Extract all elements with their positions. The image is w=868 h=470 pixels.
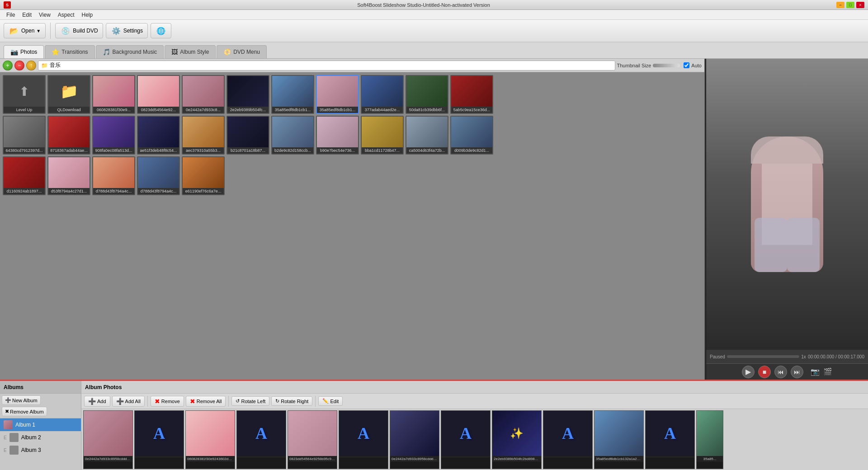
album-photos-header: Album Photos: [81, 381, 868, 394]
strip-item-10[interactable]: A: [543, 410, 593, 469]
tab-background-music[interactable]: 🎵 Background Music: [96, 45, 164, 58]
add-all-button[interactable]: ➕ Add All: [112, 396, 145, 407]
maximize-button[interactable]: □: [846, 2, 854, 8]
new-album-button[interactable]: ➕ New Album: [2, 395, 41, 405]
strip-item-1[interactable]: 0e2442a7d933c8958cddd37fde1...: [83, 410, 133, 469]
remove-all-button[interactable]: ✖ Remove All: [186, 396, 226, 407]
add-label: Add: [97, 399, 106, 404]
img6-label: 35a85edf8db1cb1...: [317, 107, 358, 113]
strip-item-2[interactable]: A: [134, 410, 184, 469]
menu-file[interactable]: File: [3, 11, 19, 19]
play-button[interactable]: ▶: [742, 366, 755, 378]
nav-forward-button[interactable]: −: [14, 61, 24, 70]
strip-item-9[interactable]: ✨ 2e2eb9389b504fc2bd898b05ead...: [492, 410, 542, 469]
strip-item-11[interactable]: 35a85edf8db1cb132a1a2404d25...: [594, 410, 644, 469]
grid-item-img6[interactable]: 35a85edf8db1cb1...: [316, 75, 359, 114]
grid-item-qldownload[interactable]: 📁 QLDownload: [47, 75, 90, 114]
grid-item-img3[interactable]: 0e2442a7d933c8...: [182, 75, 225, 114]
grid-item-img22[interactable]: d53f8794a4c27d1...: [47, 156, 90, 195]
grid-item-img19[interactable]: ca5004d63f4a72b...: [406, 116, 448, 155]
grid-item-img2[interactable]: 0823dd54564e92...: [137, 75, 180, 114]
close-button[interactable]: ×: [856, 2, 864, 8]
strip-item-6[interactable]: A: [339, 410, 388, 469]
strip-item-13[interactable]: 35a85...: [696, 410, 723, 469]
preview-panel: Paused 1x 00:00:00.000 / 00:00:17.000 ▶ …: [705, 59, 868, 380]
strip-item-8[interactable]: A: [441, 410, 491, 469]
tab-dvd-menu[interactable]: 📀 DVD Menu: [217, 45, 267, 58]
path-text: 音乐: [50, 61, 61, 69]
update-button[interactable]: 🌐: [151, 23, 171, 38]
rotate-left-button[interactable]: ↺ Rotate Left: [231, 396, 269, 406]
rotate-left-icon: ↺: [236, 398, 240, 404]
film-icon: 🎬: [823, 367, 832, 376]
edit-button[interactable]: ✏️ Edit: [318, 396, 343, 406]
strip-item-3[interactable]: 060828381f30e9243602d735430...: [185, 410, 235, 469]
grid-item-img9[interactable]: 5ab5c9ea15ce36d...: [450, 75, 493, 114]
remove-button[interactable]: ✖ Remove: [151, 396, 184, 407]
menu-edit[interactable]: Edit: [19, 11, 35, 19]
grid-item-img15[interactable]: b21c8701a18b87...: [226, 116, 269, 155]
albums-title: Albums: [4, 384, 24, 390]
grid-item-img14[interactable]: aec379310a55b3...: [182, 116, 225, 155]
grid-item-img24[interactable]: d788d43f8794a4c...: [137, 156, 180, 195]
strip-item-4[interactable]: A: [236, 410, 286, 469]
rotate-right-button[interactable]: ↻ Rotate Right: [271, 396, 312, 406]
settings-button[interactable]: ⚙️ Settings: [106, 23, 148, 38]
strip-item-12[interactable]: A: [645, 410, 695, 469]
strip-label-12: [646, 456, 694, 458]
build-dvd-button[interactable]: 💿 Build DVD: [55, 23, 103, 38]
grid-item-level-up[interactable]: ⬆ Level Up: [3, 75, 46, 114]
menubar: File Edit View Aspect Help: [0, 10, 868, 20]
tab-album-style[interactable]: 🖼 Album Style: [165, 45, 216, 58]
album-item-1[interactable]: Album 1: [0, 418, 81, 431]
add-button[interactable]: ➕ Add: [84, 396, 110, 407]
grid-item-img7[interactable]: 377adab44aed2e...: [361, 75, 404, 114]
menu-view[interactable]: View: [35, 11, 54, 19]
grid-item-img5[interactable]: 35a85edf8db1cb1...: [271, 75, 314, 114]
album-item-2[interactable]: E Album 2: [0, 431, 81, 444]
grid-item-img8[interactable]: 50da81cb39dbb6f...: [406, 75, 448, 114]
nav-back-button[interactable]: +: [3, 61, 13, 70]
grid-item-img16[interactable]: b2de9c82d158ccb...: [271, 116, 314, 155]
menu-aspect[interactable]: Aspect: [54, 11, 78, 19]
toolbar: 📂 Open ▼ 💿 Build DVD ⚙️ Settings 🌐: [0, 20, 868, 42]
ap-sep2: [228, 396, 229, 407]
next-frame-button[interactable]: ⏭: [791, 366, 803, 378]
qldownload-thumb: 📁: [48, 76, 90, 107]
settings-icon: ⚙️: [111, 25, 122, 36]
grid-item-img12[interactable]: 908fa0ec08fa513d...: [92, 116, 135, 155]
img2-label: 0823dd54564e92...: [138, 107, 179, 113]
img7-thumb: [362, 76, 403, 107]
grid-item-img20[interactable]: d009b3de9c82d1...: [450, 116, 493, 155]
album-item-3[interactable]: E Album 3: [0, 444, 81, 456]
grid-item-img23[interactable]: d788d43f8794a4c...: [92, 156, 135, 195]
tab-photos[interactable]: 📷 Photos: [4, 45, 44, 58]
nav-up-button[interactable]: ↑: [26, 61, 36, 70]
thumbnail-slider[interactable]: [653, 64, 680, 67]
grid-item-img21[interactable]: d1160924ab1897...: [3, 156, 46, 195]
strip-item-5[interactable]: 0823dd54564e9258b95c9ef9938...: [288, 410, 337, 469]
new-album-label: New Album: [12, 398, 38, 403]
strip-item-7[interactable]: 0e2442a7d933c8958cddd37fde1...: [390, 410, 439, 469]
prev-frame-button[interactable]: ⏮: [774, 366, 787, 378]
remove-album-button[interactable]: ✖ Remove Album: [2, 407, 47, 416]
music-tab-icon: 🎵: [103, 48, 110, 56]
grid-item-img11[interactable]: 8718367adab44ae...: [47, 116, 90, 155]
grid-item-img4[interactable]: 2e2eb9389b504fc...: [226, 75, 269, 114]
menu-help[interactable]: Help: [78, 11, 97, 19]
grid-item-img25[interactable]: e61190ef76c6a7e...: [182, 156, 225, 195]
stop-button[interactable]: ■: [758, 366, 771, 378]
preview-slider[interactable]: [727, 355, 799, 358]
grid-item-img13[interactable]: ae51f3deb48f8c54...: [137, 116, 180, 155]
grid-item-img1[interactable]: 060828381f30e9...: [92, 75, 135, 114]
tab-transitions[interactable]: ⭐ Transitions: [45, 45, 94, 58]
open-button[interactable]: 📂 Open ▼: [4, 23, 46, 38]
img7-label: 377adab44aed2e...: [362, 107, 403, 113]
minimize-button[interactable]: −: [836, 2, 844, 8]
grid-item-img17[interactable]: b90e7bec54e736...: [316, 116, 359, 155]
grid-item-img10[interactable]: 64380cd7912397d...: [3, 116, 46, 155]
strip-label-5: 0823dd54564e9258b95c9ef9938...: [288, 456, 337, 462]
auto-checkbox[interactable]: [684, 62, 689, 68]
album-strip[interactable]: 0e2442a7d933c8958cddd37fde1... A 0608283…: [81, 409, 868, 470]
grid-item-img18[interactable]: bba1cd11728b47...: [361, 116, 404, 155]
